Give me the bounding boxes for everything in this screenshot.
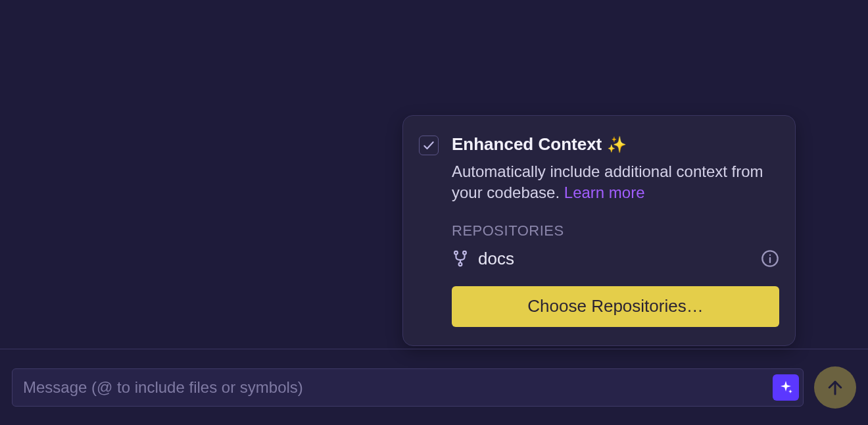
- repository-item[interactable]: docs: [452, 249, 514, 269]
- choose-repositories-button[interactable]: Choose Repositories…: [452, 286, 779, 327]
- send-button[interactable]: [814, 366, 856, 409]
- message-input-wrap: [12, 368, 804, 407]
- repositories-label: REPOSITORIES: [452, 222, 779, 239]
- popover-description: Automatically include additional context…: [452, 161, 779, 204]
- popover-header-row: Enhanced Context ✨ Automatically include…: [419, 134, 779, 204]
- check-icon: [422, 139, 435, 152]
- repository-row: docs: [452, 249, 779, 269]
- git-branch-icon: [452, 250, 469, 267]
- bottom-bar: [0, 349, 868, 425]
- repository-name: docs: [478, 249, 514, 269]
- repository-info-button[interactable]: [761, 249, 779, 268]
- popover-title: Enhanced Context ✨: [452, 134, 779, 155]
- learn-more-link[interactable]: Learn more: [564, 184, 645, 201]
- sparkles-emoji-icon: ✨: [607, 136, 627, 154]
- popover-title-text: Enhanced Context: [452, 134, 602, 155]
- enhanced-context-popover: Enhanced Context ✨ Automatically include…: [402, 115, 796, 346]
- sparkles-icon: [778, 380, 794, 395]
- svg-point-5: [769, 255, 771, 256]
- message-input[interactable]: [23, 378, 773, 397]
- enhanced-context-toggle-button[interactable]: [773, 374, 799, 401]
- enhanced-context-checkbox[interactable]: [419, 136, 439, 155]
- arrow-up-icon: [825, 378, 845, 397]
- info-icon: [761, 249, 779, 268]
- popover-text: Enhanced Context ✨ Automatically include…: [452, 134, 779, 204]
